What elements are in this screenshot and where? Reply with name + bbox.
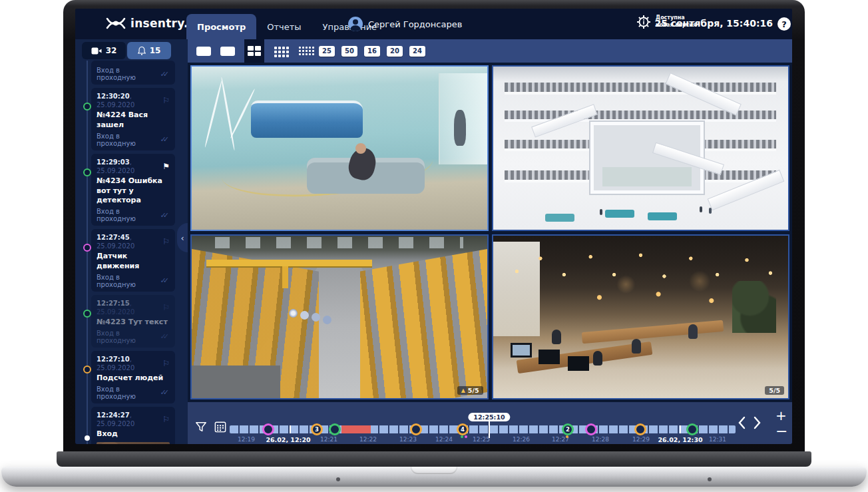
event-rail-marker (83, 103, 91, 111)
unread-dot (85, 435, 90, 441)
scene-decal (204, 81, 223, 147)
grid-dots-icon (299, 47, 301, 49)
marker-sub-dot (461, 435, 463, 438)
timeline-event-marker[interactable] (686, 423, 698, 435)
grid-count-20-button[interactable]: 20 (387, 46, 403, 57)
app-logo: insentry. (106, 17, 188, 30)
laptop-hinge (57, 451, 811, 467)
grid-count-50-button[interactable]: 50 (341, 46, 357, 57)
double-check-icon: ✓✓ (160, 388, 170, 397)
grid-count-badges: 2550162024 (319, 46, 425, 57)
timeline-tick: 12:26 (513, 436, 530, 443)
flag-icon[interactable]: ⚑ (162, 162, 170, 170)
camera-tile-reception[interactable] (190, 65, 489, 231)
layout-2x2-button[interactable] (244, 39, 264, 63)
flag-icon[interactable]: ⚐ (162, 360, 170, 368)
timeline-tick: 12:22 (359, 436, 377, 443)
timeline-next-icon[interactable] (754, 416, 761, 429)
timeline-event-marker[interactable] (410, 423, 422, 435)
double-check-icon: ✓✓ (160, 70, 170, 79)
sidebar-collapse-button[interactable]: ‹ (177, 223, 188, 252)
event-card[interactable]: 12:27:45, 25.09.2020⚐Датчик движенияВход… (91, 229, 175, 292)
tab-view[interactable]: Просмотр (186, 14, 256, 39)
event-card[interactable]: 12:27:15, 25.09.2020⚐№4223 Тут текстВход… (91, 295, 175, 348)
layout-grid-16-button[interactable] (298, 45, 314, 57)
marker-sub-dot (566, 435, 568, 438)
scene-machinery (360, 248, 489, 399)
event-title: Датчик движения (97, 252, 170, 272)
event-card[interactable]: 12:27:10, 25.09.2020⚐Подсчет людейВход в… (91, 351, 175, 403)
event-time: 12:27:45 (97, 234, 130, 241)
scene-plants (732, 281, 777, 333)
scene-person (355, 143, 366, 154)
timeline-zoom-in-button[interactable]: + (775, 409, 787, 422)
event-card[interactable]: Вход в проходную✓✓ (91, 61, 175, 85)
timeline-event-marker[interactable] (634, 423, 646, 435)
tab-reports[interactable]: Отчеты (256, 14, 312, 39)
timeline-event-marker[interactable] (329, 423, 341, 435)
filter-icon[interactable] (195, 421, 207, 433)
flag-icon[interactable]: ⚐ (162, 304, 170, 312)
timeline-tick: 12:31 (709, 436, 726, 443)
event-header: 12:27:45, 25.09.2020⚐ (97, 233, 170, 250)
grid-count-25-button[interactable]: 25 (319, 46, 335, 57)
layout-grid-12-button[interactable] (274, 45, 289, 57)
layout-single-2-button[interactable] (220, 47, 235, 56)
flag-icon[interactable]: ⚐ (162, 415, 170, 423)
timeline-prev-icon[interactable] (738, 416, 746, 429)
event-title: Подсчет людей (97, 373, 170, 383)
event-header: 12:29:03, 25.09.2020⚑ (97, 158, 170, 175)
event-footer: Вход в проходную✓✓ (97, 208, 170, 222)
event-header: 12:24:27, 25.09.2020⚐ (97, 411, 170, 428)
timeline-track[interactable]: 12:25:10 342 (230, 425, 736, 433)
grid-count-24-button[interactable]: 24 (409, 46, 425, 57)
timeline-tick: 26.02, 12:30 (658, 436, 702, 443)
timeline-event-marker[interactable]: 3 (311, 423, 323, 435)
playhead-time-tooltip: 12:25:10 (468, 413, 510, 421)
alarms-count-button[interactable]: 15 (127, 42, 171, 59)
scene-coils (289, 309, 298, 318)
event-title: №4224 Вася зашел (97, 111, 170, 130)
camera-grid: ▲ 5/5 5/5 (188, 63, 792, 402)
timeline-event-marker[interactable] (262, 423, 274, 435)
timeline-zoom-out-button[interactable]: − (775, 424, 787, 439)
event-source: Вход в проходную (97, 132, 160, 147)
event-source: Вход в проходную (97, 385, 160, 400)
event-title: №4234 Ошибка вот тут у детектора (97, 176, 170, 206)
camera-status-badge: 5/5 (765, 386, 784, 395)
timeline-event-marker[interactable]: 4 (457, 423, 469, 435)
help-button[interactable]: ? (777, 17, 791, 31)
flag-icon[interactable]: ⚐ (162, 238, 170, 246)
timeline-event-marker[interactable] (585, 423, 597, 435)
event-footer: Вход в проходную✓✓ (97, 274, 170, 288)
sidebar-mode-toggle: 32 15 (82, 42, 171, 59)
event-card[interactable]: 12:24:27, 25.09.2020⚐ВходНастя Зверева✓✓ (91, 407, 175, 444)
event-header: 12:30:20, 25.09.2020⚐ (97, 92, 170, 109)
camera-tile-library[interactable] (492, 65, 790, 231)
calendar-icon[interactable] (214, 421, 226, 433)
page: insentry. Просмотр Отчеты Управление Сер… (0, 0, 868, 492)
event-footer: Вход в проходную✓✓ (97, 67, 170, 81)
scene-glass-wall (439, 73, 487, 164)
timeline-tick: 12:28 (592, 436, 609, 443)
layout-single-1-button[interactable] (196, 47, 211, 56)
double-check-icon: ✓✓ (160, 135, 170, 144)
event-list[interactable]: Вход в проходную✓✓12:30:20, 25.09.2020⚐№… (75, 61, 188, 444)
scene-person (552, 330, 561, 344)
event-footer: Вход в проходную✓✓ (97, 132, 170, 147)
event-card[interactable]: 12:30:20, 25.09.2020⚐№4224 Вася зашелВхо… (91, 88, 175, 150)
cameras-count-button[interactable]: 32 (82, 42, 126, 59)
camera-tile-office[interactable]: 5/5 (492, 234, 790, 400)
scene-reception-desk (251, 101, 363, 137)
event-rail-marker (83, 310, 91, 318)
timeline-tick: 12:21 (320, 436, 337, 443)
camera-icon (91, 47, 102, 55)
event-card[interactable]: 12:29:03, 25.09.2020⚑№4234 Ошибка вот ту… (91, 154, 175, 226)
camera-tile-factory[interactable]: ▲ 5/5 (190, 234, 489, 400)
laptop-screen-bezel: insentry. Просмотр Отчеты Управление Сер… (63, 0, 805, 451)
grid-count-16-button[interactable]: 16 (364, 46, 380, 57)
user-menu[interactable]: Сергей Гордонсарев (348, 17, 462, 31)
timeline-event-marker[interactable]: 2 (562, 423, 574, 435)
update-gear-icon (636, 15, 651, 29)
flag-icon[interactable]: ⚐ (162, 97, 170, 105)
